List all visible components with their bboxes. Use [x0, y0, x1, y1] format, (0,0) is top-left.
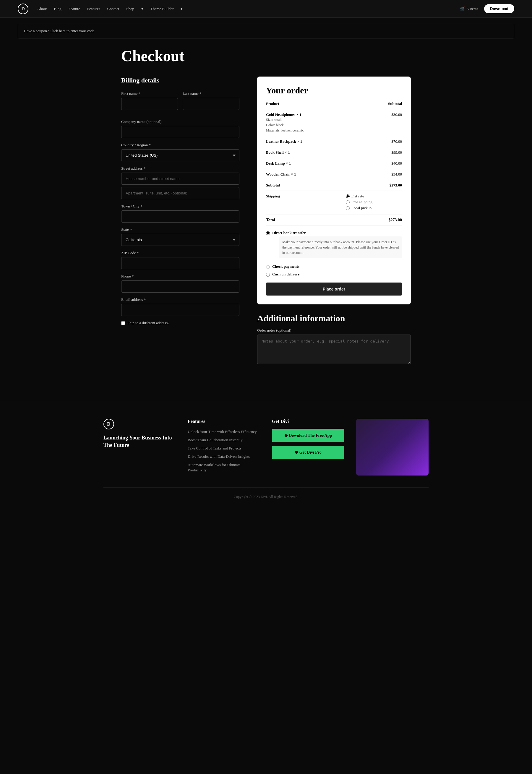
list-item: Automate Workflows for Ultimate Producti… — [188, 462, 260, 473]
feature-link-2[interactable]: Boost Team Collaboration Instantly — [188, 438, 243, 442]
additional-title: Additional information — [257, 313, 411, 323]
phone-label: Phone * — [121, 274, 239, 279]
state-group: State * California — [121, 227, 239, 246]
street-input[interactable] — [121, 173, 239, 185]
order-box: Your order Product Subtotal Gold Headpho… — [257, 77, 411, 304]
nav-feature[interactable]: Feature — [69, 7, 80, 11]
total-value: $273.00 — [346, 215, 402, 226]
footer-download-btn[interactable]: ⊕ Download The Free App — [272, 429, 344, 442]
order-title: Your order — [266, 85, 402, 95]
subtotal-label: Subtotal — [266, 180, 346, 191]
footer-copyright: Copyright © 2023 Divi. All Rights Reserv… — [103, 487, 429, 499]
feature-link-3[interactable]: Take Control of Tasks and Projects — [188, 446, 241, 450]
nav-links: About Blog Feature Features Contact Shop… — [37, 7, 460, 11]
country-select[interactable]: United States (US) — [121, 149, 239, 161]
shipping-flat-radio[interactable] — [346, 194, 350, 198]
coupon-bar[interactable]: Have a coupon? Click here to enter your … — [18, 24, 514, 38]
first-name-label: First name * — [121, 91, 178, 96]
payment-option-bank: Direct bank transfer Make your payment d… — [266, 231, 402, 261]
zip-group: ZIP Code * — [121, 251, 239, 269]
shipping-label: Shipping — [266, 191, 346, 215]
company-group: Company name (optional) — [121, 119, 239, 138]
nav-blog[interactable]: Blog — [54, 7, 61, 11]
payment-bank-radio[interactable] — [266, 231, 270, 235]
ship-different-checkbox[interactable] — [121, 321, 125, 325]
feature-link-4[interactable]: Drive Results with Data-Driven Insights — [188, 454, 250, 459]
product-price: $70.00 — [346, 136, 402, 147]
additional-section: Additional information Order notes (opti… — [257, 313, 411, 365]
payment-cod-label: Cash on delivery — [272, 272, 300, 277]
table-row: Wooden Chair × 1 $34.00 — [266, 169, 402, 180]
footer-pro-btn[interactable]: ⊕ Get Divi Pro — [272, 446, 344, 459]
checkout-title: Checkout — [121, 47, 411, 65]
payment-bank-label: Direct bank transfer — [272, 231, 402, 235]
footer-get-divi-col: Get Divi ⊕ Download The Free App ⊕ Get D… — [272, 419, 344, 476]
footer-features-title: Features — [188, 419, 260, 424]
footer: D Launching Your Business Into The Futur… — [0, 401, 532, 517]
product-price: $30.00 — [346, 109, 402, 136]
city-group: Town / City * — [121, 204, 239, 223]
nav-features[interactable]: Features — [87, 7, 100, 11]
nav-cart[interactable]: 🛒 5 Items — [460, 7, 478, 11]
phone-input[interactable] — [121, 280, 239, 293]
payment-option-check: Check payments — [266, 264, 402, 269]
company-label: Company name (optional) — [121, 119, 239, 124]
company-input[interactable] — [121, 126, 239, 138]
product-price: $34.00 — [346, 169, 402, 180]
shipping-free-radio[interactable] — [346, 200, 350, 204]
email-input[interactable] — [121, 304, 239, 316]
payment-cod-radio[interactable] — [266, 273, 270, 277]
billing-form: Billing details First name * Last name *… — [121, 77, 239, 325]
nav-theme-builder[interactable]: Theme Builder — [150, 7, 173, 11]
phone-group: Phone * — [121, 274, 239, 293]
ship-different-group: Ship to a different address? — [121, 321, 239, 325]
table-row: Gold Headphones × 1 Size: smallColor: bl… — [266, 109, 402, 136]
shipping-local-radio[interactable] — [346, 206, 350, 210]
first-name-input[interactable] — [121, 98, 178, 110]
order-notes-label: Order notes (optional) — [257, 328, 411, 333]
shipping-option-free: Free shipping — [346, 200, 402, 205]
footer-tagline: Launching Your Business Into The Future — [103, 434, 176, 449]
payment-bank-desc: Make your payment directly into our bank… — [279, 236, 402, 258]
payment-option-cod: Cash on delivery — [266, 272, 402, 277]
navigation: D About Blog Feature Features Contact Sh… — [0, 0, 532, 18]
zip-input[interactable] — [121, 257, 239, 269]
product-price: $40.00 — [346, 158, 402, 169]
apt-input[interactable] — [121, 187, 239, 199]
checkout-grid: Billing details First name * Last name *… — [121, 77, 411, 365]
city-input[interactable] — [121, 210, 239, 223]
nav-about[interactable]: About — [37, 7, 47, 11]
feature-link-5[interactable]: Automate Workflows for Ultimate Producti… — [188, 463, 241, 472]
list-item: Boost Team Collaboration Instantly — [188, 437, 260, 442]
last-name-label: Last name * — [183, 91, 239, 96]
nav-shop[interactable]: Shop — [126, 7, 134, 11]
footer-image-area — [356, 419, 429, 476]
ship-different-label: Ship to a different address? — [127, 321, 169, 325]
order-table: Product Subtotal Gold Headphones × 1 Siz… — [266, 101, 402, 226]
footer-brand: D Launching Your Business Into The Futur… — [103, 419, 176, 476]
nav-right: 🛒 5 Items Download — [460, 4, 514, 13]
nav-contact[interactable]: Contact — [107, 7, 119, 11]
name-row: First name * Last name * — [121, 91, 239, 115]
state-select[interactable]: California — [121, 234, 239, 246]
country-group: Country / Region * United States (US) — [121, 143, 239, 161]
place-order-button[interactable]: Place order — [266, 283, 402, 296]
product-name: Gold Headphones × 1 — [266, 112, 346, 117]
nav-download-button[interactable]: Download — [484, 4, 514, 13]
order-notes-textarea[interactable] — [257, 335, 411, 364]
order-summary-column: Your order Product Subtotal Gold Headpho… — [257, 77, 411, 365]
feature-link-1[interactable]: Unlock Your Time with Effortless Efficie… — [188, 429, 257, 434]
footer-get-divi-title: Get Divi — [272, 419, 344, 424]
total-row: Total $273.00 — [266, 215, 402, 226]
product-name: Book Shelf × 1 — [266, 150, 346, 155]
subtotal-value: $273.00 — [346, 180, 402, 191]
shipping-option-flat: Flat rate — [346, 194, 402, 199]
product-name: Leather Backpack × 1 — [266, 139, 346, 144]
shipping-option-local: Local pickup — [346, 206, 402, 210]
shipping-row: Shipping Flat rate Free shipp — [266, 191, 402, 215]
last-name-input[interactable] — [183, 98, 239, 110]
payment-check-radio[interactable] — [266, 265, 270, 269]
list-item: Take Control of Tasks and Projects — [188, 445, 260, 451]
email-label: Email address * — [121, 297, 239, 302]
footer-grid: D Launching Your Business Into The Futur… — [103, 419, 429, 476]
